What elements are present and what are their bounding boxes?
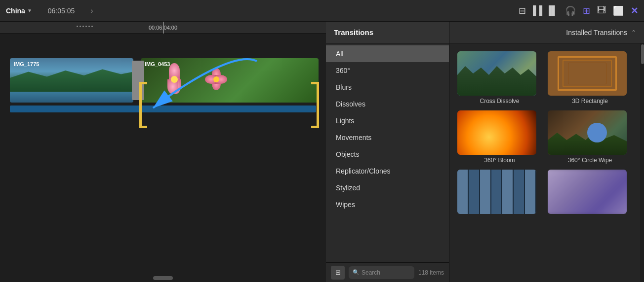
chevron-down-icon: ▼: [27, 8, 32, 13]
circle-wipe-circle: [587, 123, 607, 142]
flower2: [205, 68, 227, 90]
ruler-dot: [77, 26, 78, 27]
project-name[interactable]: China ▼: [6, 7, 32, 15]
transition-item-label: Movements: [336, 134, 371, 141]
transition-item-label: Objects: [336, 150, 359, 158]
timeline-scroll[interactable]: [153, 276, 173, 280]
browser-panel: Installed Transitions ⌃ Cross Dissolve: [449, 22, 644, 282]
search-bar[interactable]: 🔍 Search: [349, 266, 414, 279]
grid-view-icon: ⊞: [335, 269, 341, 276]
3d-rectangle-thumbnail: [548, 51, 627, 96]
ruler-dot: [88, 26, 90, 27]
svg-rect-5: [311, 126, 319, 128]
360-circle-wipe-thumbnail: [548, 110, 627, 155]
grid-view-button[interactable]: ⊞: [331, 266, 345, 280]
top-bar: China ▼ 06:05:05 › ⊟ ▌▌▐▌ 🎧 ⊞ 🎞 ⬜ ✕: [0, 0, 644, 22]
transition-item-lights[interactable]: Lights: [326, 112, 449, 129]
clip2[interactable]: IMG_0453: [141, 58, 319, 103]
scrollbar-thumb[interactable]: [641, 44, 644, 64]
circle-wipe-bg: [548, 110, 627, 155]
cross-dissolve-label: Cross Dissolve: [457, 98, 542, 105]
ruler-dots: [77, 26, 93, 27]
dropdown-arrow-icon[interactable]: ⌃: [631, 29, 636, 36]
browser-grid: Cross Dissolve 3D Rectangle: [449, 43, 640, 282]
thumb-cross-dissolve[interactable]: Cross Dissolve: [457, 51, 542, 105]
timecode-display: 06:05:05: [48, 7, 75, 15]
ruler-dot: [85, 26, 87, 27]
blind-bg: [457, 170, 536, 214]
ruler-dot: [82, 26, 84, 27]
blind-strip2: [469, 170, 480, 214]
grid-icon[interactable]: ⊞: [583, 5, 590, 16]
360-bloom-thumbnail: [457, 110, 536, 155]
project-label: China: [6, 7, 25, 15]
transition-item-360[interactable]: 360°: [326, 62, 449, 79]
transitions-bottom-bar: ⊞ 🔍 Search 118 items: [326, 262, 449, 282]
x-icon[interactable]: ✕: [631, 5, 638, 16]
scrollbar-track[interactable]: [640, 43, 644, 282]
transition-item-movements[interactable]: Movements: [326, 129, 449, 146]
transition-block[interactable]: [132, 61, 144, 100]
thumb-3d-rectangle[interactable]: 3D Rectangle: [548, 51, 632, 105]
rect3d-border3: [568, 63, 606, 84]
clip-container: IMG_1775: [10, 58, 316, 103]
thumb-360-circle-wipe[interactable]: 360° Circle Wipe: [548, 110, 632, 164]
360-bloom-label: 360° Bloom: [457, 157, 542, 164]
svg-rect-2: [139, 126, 147, 128]
rect3d-bg: [548, 51, 627, 96]
360-circle-wipe-label: 360° Circle Wipe: [548, 157, 632, 164]
items-count: 118 items: [418, 269, 444, 276]
water-shape: [10, 92, 133, 103]
transition-item-all[interactable]: All: [326, 45, 449, 62]
timeline-tracks: IMG_1775: [0, 34, 326, 117]
transition-item-objects[interactable]: Objects: [326, 146, 449, 163]
transition-item-blurs[interactable]: Blurs: [326, 79, 449, 96]
bloom-bg: [457, 110, 536, 155]
transition-item-label: Dissolves: [336, 100, 365, 108]
installed-transitions-label: Installed Transitions: [566, 29, 627, 36]
clip1-label: IMG_1775: [14, 61, 39, 67]
magnetic-strip-icon[interactable]: ⊟: [519, 5, 526, 16]
blur-thumbnail: [548, 170, 627, 214]
waveform-icon[interactable]: ▌▌▐▌: [533, 5, 558, 16]
thumb-360-bloom[interactable]: 360° Bloom: [457, 110, 542, 164]
timeline-area: 00:06:04:00 IMG_1775: [0, 22, 326, 282]
transitions-title: Transitions: [334, 28, 373, 36]
thumb-blind[interactable]: [457, 170, 542, 216]
cross-dissolve-thumbnail: [457, 51, 536, 96]
browser-content-wrapper: Cross Dissolve 3D Rectangle: [449, 43, 644, 282]
mountains-shape: [10, 68, 133, 93]
transition-item-wipes[interactable]: Wipes: [326, 196, 449, 213]
transition-item-label: Replicator/Clones: [336, 167, 391, 175]
clip2-label: IMG_0453: [145, 61, 170, 67]
playhead-line: [163, 22, 163, 34]
thumb-blur[interactable]: [548, 170, 632, 216]
timeline-ruler: 00:06:04:00: [0, 22, 326, 34]
blind-thumbnail: [457, 170, 536, 214]
ruler-dot: [91, 26, 93, 27]
blind-strip7: [525, 170, 536, 214]
transition-item-label: Wipes: [336, 201, 355, 209]
blind-strip5: [502, 170, 514, 214]
toolbar-right: ⊟ ▌▌▐▌ 🎧 ⊞ 🎞 ⬜ ✕: [519, 5, 638, 16]
transitions-header: Transitions: [326, 22, 449, 43]
main-content: 00:06:04:00 IMG_1775: [0, 22, 644, 282]
3d-rectangle-label: 3D Rectangle: [548, 98, 632, 105]
search-icon: 🔍: [353, 269, 360, 276]
search-placeholder: Search: [362, 269, 380, 276]
audio-strip: [10, 106, 316, 112]
blind-strip3: [480, 170, 491, 214]
cross-dissolve-bg: [457, 51, 536, 96]
clip1[interactable]: IMG_1775: [10, 58, 133, 103]
transition-item-replicator[interactable]: Replicator/Clones: [326, 163, 449, 179]
transitions-panel: Transitions All 360° Blurs Dissolves Lig…: [326, 22, 449, 282]
transitions-list: All 360° Blurs Dissolves Lights Movement…: [326, 43, 449, 262]
transition-item-dissolves[interactable]: Dissolves: [326, 96, 449, 112]
monitor-icon[interactable]: ⬜: [613, 5, 624, 16]
transition-item-stylized[interactable]: Stylized: [326, 179, 449, 196]
film-icon[interactable]: 🎞: [597, 5, 606, 16]
cd-trees: [457, 66, 536, 96]
forward-arrow-icon[interactable]: ›: [90, 6, 93, 15]
headphone-icon[interactable]: 🎧: [565, 5, 576, 16]
transition-item-label: Blurs: [336, 83, 352, 91]
